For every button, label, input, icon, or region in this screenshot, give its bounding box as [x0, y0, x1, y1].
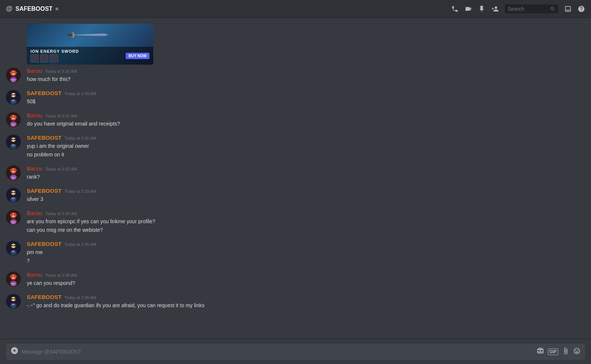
- message-timestamp: Today at 3:36 AM: [64, 242, 96, 247]
- item-icon-2: [40, 54, 48, 62]
- attach-plus-icon[interactable]: [10, 347, 19, 357]
- svg-text:BOOST: BOOST: [12, 146, 16, 147]
- message-username[interactable]: Barzu: [27, 68, 42, 74]
- svg-rect-96: [10, 276, 17, 277]
- message-username[interactable]: SAFEBOOST: [27, 241, 61, 247]
- search-input[interactable]: [508, 6, 549, 12]
- message-header: BarzuToday at 3:31 AM: [27, 112, 585, 118]
- svg-text:BOOST: BOOST: [12, 305, 16, 307]
- message-timestamp: Today at 3:32 AM: [45, 167, 77, 171]
- message-header: BarzuToday at 3:34 AM: [27, 210, 585, 216]
- avatar[interactable]: SAFE BOOST BNST: [6, 134, 21, 149]
- game-image-overlay: ION ENERGY SWORD BUY NOW: [27, 47, 153, 65]
- message-timestamp: Today at 3:38 AM: [64, 295, 96, 300]
- call-icon[interactable]: [451, 5, 459, 13]
- input-left-icons: [10, 347, 19, 357]
- emoji-icon[interactable]: [573, 347, 581, 356]
- avatar[interactable]: SAFE BNST: [6, 272, 21, 286]
- message-header: BarzuToday at 3:38 AM: [27, 272, 585, 278]
- item-icon-1: [30, 54, 39, 62]
- message-timestamp: Today at 3:33 AM: [64, 189, 96, 194]
- svg-rect-104: [14, 298, 16, 299]
- message-group: SAFE BNST BarzuToday at 3:32 AMrank?: [6, 165, 585, 182]
- item-icon-3: [50, 54, 58, 62]
- message-username[interactable]: SAFEBOOST: [27, 294, 61, 300]
- message-group: SAFE BNST BarzuToday at 3:38 AMye can yo…: [6, 272, 585, 288]
- svg-text:BNST: BNST: [12, 307, 15, 308]
- message-text: yup i am the original ownerno problem on…: [27, 142, 585, 159]
- svg-rect-61: [11, 192, 13, 193]
- svg-text:BOOST: BOOST: [12, 252, 16, 254]
- avatar[interactable]: SAFE BNST: [6, 112, 21, 127]
- message-timestamp: Today at 3:38 AM: [45, 273, 77, 277]
- message-timestamp: Today at 3:34 AM: [45, 211, 77, 216]
- message-group: SAFE BOOST BNST SAFEBOOSTToday at 3:33 A…: [6, 188, 585, 204]
- message-username[interactable]: Barzu: [27, 210, 42, 216]
- top-bar-right: [451, 4, 585, 13]
- message-input[interactable]: [22, 349, 534, 355]
- message-timestamp: Today at 3:31 AM: [45, 114, 77, 118]
- message-text: are you from epicnpc if yes can you link…: [27, 218, 585, 234]
- gift-icon[interactable]: [537, 347, 544, 356]
- bottom-bar: GIF: [0, 339, 591, 364]
- chat-title: SAFEBOOST: [16, 6, 53, 12]
- message-username[interactable]: Barzu: [27, 272, 42, 278]
- svg-point-97: [13, 275, 14, 276]
- avatar[interactable]: SAFE BNST: [6, 165, 21, 180]
- message-header: SAFEBOOSTToday at 3:30 AM: [27, 90, 585, 96]
- svg-point-55: [13, 169, 14, 170]
- svg-rect-12: [10, 72, 17, 73]
- avatar[interactable]: SAFE BOOST BNST: [6, 241, 21, 256]
- inbox-icon[interactable]: [564, 5, 572, 13]
- pin-icon[interactable]: [478, 5, 485, 13]
- svg-rect-3: [73, 32, 74, 38]
- message-timestamp: Today at 3:31 AM: [64, 136, 96, 140]
- message-timestamp: Today at 3:30 AM: [45, 69, 77, 74]
- svg-rect-19: [11, 94, 13, 95]
- message-group: SAFE BNST BarzuToday at 3:34 AMare you f…: [6, 210, 585, 235]
- message-text: ye can you respond?: [27, 279, 585, 287]
- search-box[interactable]: [505, 4, 558, 13]
- avatar[interactable]: SAFE BOOST BNST: [6, 188, 21, 202]
- message-username[interactable]: SAFEBOOST: [27, 134, 61, 141]
- sword-illustration: [68, 24, 112, 50]
- message-username[interactable]: Barzu: [27, 165, 42, 172]
- message-text: silver 3: [27, 195, 585, 203]
- avatar[interactable]: SAFE BNST: [6, 210, 21, 225]
- help-icon[interactable]: [578, 5, 585, 13]
- svg-rect-41: [14, 139, 16, 140]
- video-icon[interactable]: [465, 5, 472, 13]
- svg-rect-33: [10, 117, 17, 117]
- avatar[interactable]: SAFE BOOST BNST: [6, 294, 21, 309]
- game-image-title: ION ENERGY SWORD: [30, 49, 79, 53]
- avatar[interactable]: SAFE BNST: [6, 68, 21, 82]
- message-header: SAFEBOOSTToday at 3:36 AM: [27, 241, 585, 247]
- svg-rect-75: [10, 214, 17, 215]
- svg-text:BNST: BNST: [12, 148, 15, 149]
- message-text: how much for this?: [27, 75, 585, 83]
- file-icon[interactable]: [562, 347, 569, 356]
- message-content: SAFEBOOSTToday at 3:36 AMpm me?: [27, 241, 585, 266]
- svg-text:BNST: BNST: [12, 178, 15, 180]
- svg-text:BOOST: BOOST: [12, 199, 16, 201]
- svg-point-13: [13, 71, 14, 72]
- message-username[interactable]: SAFEBOOST: [27, 188, 61, 194]
- svg-rect-83: [14, 245, 16, 246]
- game-buy-button[interactable]: BUY NOW: [126, 53, 150, 59]
- message-input-wrapper: GIF: [6, 344, 585, 360]
- message-username[interactable]: SAFEBOOST: [27, 90, 61, 96]
- message-group: SAFE BOOST BNST SAFEBOOSTToday at 3:31 A…: [6, 134, 585, 159]
- messages-container: SAFE BNST BarzuToday at 3:30 AMhow much …: [6, 68, 585, 316]
- message-content: SAFEBOOSTToday at 3:31 AMyup i am the or…: [27, 134, 585, 159]
- message-content: SAFEBOOSTToday at 3:38 AM-.~" go and do …: [27, 294, 585, 310]
- avatar[interactable]: SAFE BOOST BNST: [6, 90, 21, 105]
- gif-icon[interactable]: GIF: [548, 348, 558, 355]
- svg-point-34: [13, 116, 14, 117]
- svg-text:BNST: BNST: [12, 285, 15, 286]
- message-username[interactable]: Barzu: [27, 112, 42, 118]
- message-header: BarzuToday at 3:32 AM: [27, 165, 585, 172]
- message-group: SAFE BOOST BNST SAFEBOOSTToday at 3:38 A…: [6, 294, 585, 310]
- add-member-icon[interactable]: [491, 5, 499, 13]
- message-header: SAFEBOOSTToday at 3:31 AM: [27, 134, 585, 141]
- message-group: SAFE BOOST BNST SAFEBOOSTToday at 3:30 A…: [6, 90, 585, 106]
